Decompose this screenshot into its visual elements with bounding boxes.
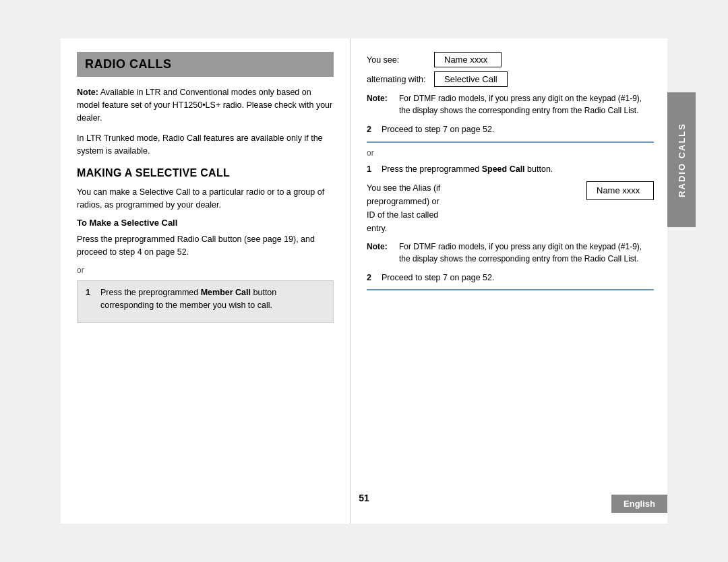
or-divider-right: or [367,148,654,158]
note1-right: Note: For DTMF radio models, if you pres… [367,92,654,117]
sub-para: Press the preprogrammed Radio Call butto… [77,233,334,259]
alias-line4: entry. [367,222,580,235]
step1-box: 1 Press the preprogrammed Member Call bu… [77,280,334,323]
note1-text: For DTMF radio models, if you press any … [399,92,654,117]
right-column: Radio Calls You see: Name xxxx alternati… [351,38,667,524]
note1-label: Note: [367,92,396,104]
or-divider-left: or [77,266,334,275]
step2b: 2 Proceed to step 7 on page 52. [367,272,654,284]
alternating-row: alternating with: Selective Call [367,71,654,87]
step1b-text-after: button. [525,164,553,174]
making-heading: MAKING A SELECTIVE CALL [77,167,334,179]
step1b-bold: Speed Call [482,164,525,174]
step1-bold: Member Call [201,288,251,297]
divider-1 [367,142,654,143]
alias-line3: ID of the last called [367,208,580,222]
page-container: RADIO CALLS Note: Available in LTR and C… [0,0,728,562]
step2b-num: 2 [367,272,379,284]
sub-heading: To Make a Selective Call [77,218,334,228]
divider-2 [367,289,654,290]
you-see-row: You see: Name xxxx [367,52,654,67]
note-label: Note: [77,88,98,97]
making-para: You can make a Selective Call to a parti… [77,186,334,212]
you-see-label: You see: [367,55,434,65]
step2a-num: 2 [367,123,379,136]
alias-text-col: You see the Alias (if preprogrammed) or … [367,181,580,235]
step1b-text: Press the preprogrammed Speed Call butto… [382,163,553,176]
alias-block: You see the Alias (if preprogrammed) or … [367,181,654,235]
english-badge: English [611,495,667,513]
note2-label: Note: [367,241,396,253]
alias-line1: You see the Alias (if [367,181,580,195]
step2a: 2 Proceed to step 7 on page 52. [367,123,654,136]
alias-box-col: Name xxxx [586,181,654,201]
step1-text-before: Press the preprogrammed [100,288,201,297]
left-column: RADIO CALLS Note: Available in LTR and C… [61,38,351,524]
selective-call-box: Selective Call [434,71,508,87]
step1b-num: 1 [367,163,379,176]
step1: 1 Press the preprogrammed Member Call bu… [86,286,325,312]
display-name-box-2: Name xxxx [586,181,654,201]
step2a-text: Proceed to step 7 on page 52. [382,123,495,136]
step2b-text: Proceed to step 7 on page 52. [382,272,495,284]
step1-text: Press the preprogrammed Member Call butt… [100,286,325,312]
ltr-para: In LTR Trunked mode, Radio Call features… [77,132,334,158]
alias-row: You see the Alias (if preprogrammed) or … [367,181,654,235]
section-title: RADIO CALLS [77,52,334,77]
display-name-box-1: Name xxxx [434,52,502,67]
note-block: Note: Available in LTR and Conventional … [77,86,334,124]
side-tab: Radio Calls [667,92,696,227]
step1b-text-before: Press the preprogrammed [382,164,482,174]
alias-line2: preprogrammed) or [367,195,580,208]
page-content: RADIO CALLS Note: Available in LTR and C… [61,38,667,524]
step1-num: 1 [86,286,98,299]
alternating-label: alternating with: [367,75,434,84]
note2-right: Note: For DTMF radio models, if you pres… [367,241,654,265]
step1b: 1 Press the preprogrammed Speed Call but… [367,163,654,176]
page-number: 51 [359,493,369,503]
side-tab-text: Radio Calls [677,123,687,197]
note-text-content: Available in LTR and Conventional modes … [77,88,332,123]
note2-text: For DTMF radio models, if you press any … [399,241,654,265]
